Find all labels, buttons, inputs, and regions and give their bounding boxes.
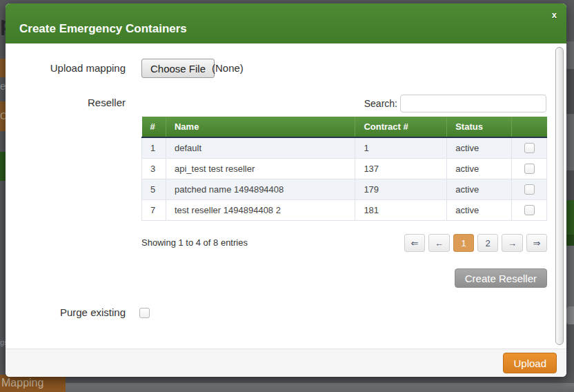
column-header-select	[512, 117, 547, 137]
upload-mapping-label: Upload mapping	[6, 62, 126, 74]
cell-contract: 137	[355, 158, 447, 179]
cell-status: active	[447, 199, 512, 220]
pagination-prev-button[interactable]: ←	[428, 234, 450, 252]
table-row: 7 test reseller 1494894408 2 181 active	[142, 199, 547, 220]
pagination: ⇐ ← 1 2 → ⇒	[404, 234, 547, 252]
pagination-page-1-button[interactable]: 1	[453, 234, 474, 252]
background-green-block	[0, 152, 6, 181]
background-mapping-tab: Mapping	[0, 375, 66, 392]
dialog-body: Upload mapping Choose File (None) Resell…	[6, 43, 566, 349]
cell-status: active	[447, 137, 512, 158]
background-text-fragment: p	[0, 12, 6, 40]
background-band	[566, 170, 574, 200]
background-band	[566, 69, 574, 114]
column-header-status[interactable]: Status	[447, 117, 512, 137]
background-text-fragment: e	[0, 80, 6, 94]
cell-id: 1	[142, 137, 166, 158]
dialog-header: Create Emergency Containers x	[6, 3, 566, 43]
create-reseller-button[interactable]: Create Reseller	[455, 268, 547, 288]
upload-button[interactable]: Upload	[503, 353, 557, 373]
pagination-first-button[interactable]: ⇐	[404, 234, 425, 252]
background-orange-block: C	[0, 101, 6, 131]
background-band	[566, 246, 574, 306]
screen: p e C gs Mapping Create Emergency Contai…	[0, 0, 574, 392]
purge-existing-checkbox[interactable]	[139, 308, 150, 318]
cell-name: test reseller 1494894408 2	[166, 199, 355, 220]
reseller-table: # Name Contract # Status 1 default 1 act…	[141, 117, 547, 221]
search-input[interactable]	[400, 95, 546, 112]
pagination-last-button[interactable]: ⇒	[526, 234, 547, 252]
cell-status: active	[447, 179, 512, 199]
pagination-page-2-button[interactable]: 2	[477, 234, 498, 252]
row-select-checkbox[interactable]	[524, 184, 535, 195]
cell-name: default	[166, 137, 355, 158]
dialog-title: Create Emergency Containers	[19, 22, 553, 36]
table-row: 5 patched name 1494894408 179 active	[142, 179, 547, 199]
background-band	[566, 235, 574, 246]
column-header-number[interactable]: #	[142, 117, 166, 137]
table-header-row: # Name Contract # Status	[142, 117, 547, 137]
cell-contract: 1	[355, 137, 447, 158]
table-row: 1 default 1 active	[142, 137, 547, 158]
row-select-checkbox[interactable]	[524, 205, 535, 215]
dialog-footer: Upload	[6, 349, 566, 377]
background-orange-block	[0, 59, 6, 77]
cell-name: api_test test reseller	[166, 158, 355, 179]
cell-id: 5	[142, 179, 166, 199]
background-band	[566, 200, 574, 235]
column-header-contract[interactable]: Contract #	[355, 117, 447, 137]
create-emergency-containers-dialog: Create Emergency Containers x Upload map…	[6, 3, 566, 377]
background-bottom-bar	[66, 383, 574, 392]
cell-name: patched name 1494894408	[166, 179, 355, 199]
column-header-name[interactable]: Name	[166, 117, 355, 137]
background-band	[566, 306, 574, 324]
background-band	[566, 41, 574, 69]
cell-contract: 179	[355, 179, 447, 199]
reseller-label: Reseller	[6, 97, 126, 108]
choose-file-button[interactable]: Choose File	[141, 59, 215, 78]
close-icon[interactable]: x	[552, 10, 557, 20]
background-band	[566, 114, 574, 170]
purge-existing-label: Purge existing	[6, 306, 126, 318]
table-row: 3 api_test test reseller 137 active	[142, 158, 547, 179]
cell-id: 7	[142, 199, 166, 220]
file-status-text: (None)	[212, 62, 244, 74]
row-select-checkbox[interactable]	[524, 164, 535, 174]
search-label: Search:	[306, 98, 397, 109]
table-summary: Showing 1 to 4 of 8 entries	[141, 237, 248, 248]
row-select-checkbox[interactable]	[524, 143, 535, 153]
pagination-next-button[interactable]: →	[502, 234, 523, 252]
scrollbar-thumb[interactable]	[555, 47, 564, 345]
background-text-fragment: gs	[0, 338, 6, 355]
cell-contract: 181	[355, 199, 447, 220]
cell-id: 3	[142, 158, 166, 179]
cell-status: active	[447, 158, 512, 179]
